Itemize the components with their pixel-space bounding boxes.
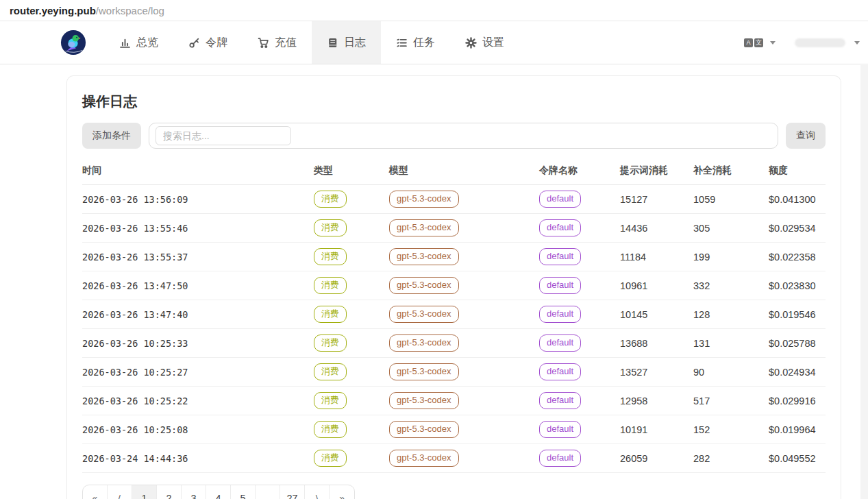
page-4[interactable]: 4 — [206, 485, 231, 499]
completion-usage-cell: 332 — [693, 280, 769, 291]
model-badge: gpt-5.3-codex — [389, 191, 459, 208]
type-badge: 消费 — [314, 392, 347, 409]
search-input[interactable] — [156, 126, 291, 145]
completion-usage-cell: 90 — [693, 367, 769, 378]
user-menu[interactable] — [795, 38, 860, 47]
page-last[interactable]: » — [330, 485, 354, 499]
quota-cell: $0.041300 — [769, 194, 826, 205]
pagination: «⟨12345...27⟩» — [82, 485, 355, 499]
column-header-time: 时间 — [82, 165, 314, 177]
type-cell: 消费 — [314, 248, 389, 265]
quota-cell: $0.023830 — [769, 280, 826, 291]
completion-usage-cell: 199 — [693, 252, 769, 263]
page-first[interactable]: « — [83, 485, 108, 499]
page-5[interactable]: 5 — [231, 485, 256, 499]
table-row: 2026-03-26 13:56:09消费gpt-5.3-codexdefaul… — [82, 185, 826, 214]
type-cell: 消费 — [314, 191, 389, 208]
bird-logo-icon — [60, 29, 86, 56]
prompt-usage-cell: 13527 — [620, 367, 693, 378]
user-name-redacted — [795, 38, 845, 47]
log-time-cell: 2026-03-26 10:25:22 — [82, 395, 314, 406]
tab-settings[interactable]: 设置 — [450, 21, 519, 64]
type-badge: 消费 — [314, 421, 347, 438]
quota-cell: $0.025788 — [769, 338, 826, 349]
token-name-badge: default — [539, 450, 581, 467]
prompt-usage-cell: 26059 — [620, 453, 693, 464]
log-time-cell: 2026-03-26 13:55:37 — [82, 252, 314, 263]
type-cell: 消费 — [314, 334, 389, 352]
scrollbar[interactable] — [860, 65, 868, 499]
type-badge: 消费 — [314, 277, 347, 294]
language-switcher[interactable]: A 文 — [744, 38, 776, 47]
token-cell: default — [539, 450, 620, 467]
model-cell: gpt-5.3-codex — [389, 277, 539, 294]
model-cell: gpt-5.3-codex — [389, 306, 539, 323]
token-name-badge: default — [539, 392, 581, 409]
book-icon — [327, 37, 338, 49]
table-row: 2026-03-26 13:47:50消费gpt-5.3-codexdefaul… — [82, 271, 826, 300]
page-27[interactable]: 27 — [280, 485, 305, 499]
page-2[interactable]: 2 — [157, 485, 182, 499]
page-1[interactable]: 1 — [132, 485, 157, 499]
tab-logs[interactable]: 日志 — [312, 21, 381, 64]
quota-cell: $0.029534 — [769, 223, 826, 234]
model-cell: gpt-5.3-codex — [389, 219, 539, 236]
token-name-badge: default — [539, 219, 581, 236]
log-time-cell: 2026-03-26 10:25:27 — [82, 367, 314, 378]
log-time-cell: 2026-03-24 14:44:36 — [82, 453, 314, 464]
query-button[interactable]: 查询 — [786, 123, 826, 149]
model-cell: gpt-5.3-codex — [389, 392, 539, 409]
tab-recharge[interactable]: 充值 — [243, 21, 312, 64]
log-time-cell: 2026-03-26 10:25:08 — [82, 424, 314, 435]
tasks-icon — [396, 37, 408, 49]
browser-url-bar[interactable]: router.yeying.pub/workspace/log — [0, 0, 868, 21]
chevron-down-icon — [770, 41, 776, 45]
table-body: 2026-03-26 13:56:09消费gpt-5.3-codexdefaul… — [82, 185, 826, 473]
prompt-usage-cell: 14436 — [620, 223, 693, 234]
log-time-cell: 2026-03-26 13:55:46 — [82, 223, 314, 234]
type-cell: 消费 — [314, 277, 389, 294]
prompt-usage-cell: 10961 — [620, 280, 693, 291]
completion-usage-cell: 128 — [693, 309, 769, 320]
log-time-cell: 2026-03-26 13:47:50 — [82, 280, 314, 291]
model-badge: gpt-5.3-codex — [389, 248, 459, 265]
tab-tasks[interactable]: 任务 — [381, 21, 450, 64]
page-prev[interactable]: ⟨ — [108, 485, 132, 499]
app-logo[interactable] — [60, 29, 86, 56]
model-cell: gpt-5.3-codex — [389, 421, 539, 438]
model-badge: gpt-5.3-codex — [389, 277, 459, 294]
model-badge: gpt-5.3-codex — [389, 450, 459, 467]
model-badge: gpt-5.3-codex — [389, 363, 459, 380]
filter-bar: 添加条件 查询 — [82, 123, 826, 149]
url-domain: router.yeying.pub — [10, 5, 96, 16]
tab-overview[interactable]: 总览 — [104, 21, 173, 64]
completion-usage-cell: 152 — [693, 424, 769, 435]
page-3[interactable]: 3 — [182, 485, 206, 499]
tab-label: 总览 — [136, 36, 158, 50]
quota-cell: $0.019546 — [769, 309, 826, 320]
type-badge: 消费 — [314, 363, 347, 380]
token-name-badge: default — [539, 277, 581, 294]
page-next[interactable]: ⟩ — [305, 485, 330, 499]
model-badge: gpt-5.3-codex — [389, 306, 459, 323]
token-name-badge: default — [539, 421, 581, 438]
completion-usage-cell: 131 — [693, 338, 769, 349]
prompt-usage-cell: 10191 — [620, 424, 693, 435]
type-badge: 消费 — [314, 306, 347, 323]
key-icon — [188, 37, 200, 49]
token-cell: default — [539, 277, 620, 294]
type-badge: 消费 — [314, 191, 347, 208]
add-condition-button[interactable]: 添加条件 — [82, 123, 141, 149]
page-ellipsis: ... — [256, 485, 280, 499]
tab-label: 充值 — [275, 36, 297, 50]
translate-icon: A 文 — [744, 38, 763, 47]
page-title: 操作日志 — [82, 93, 826, 111]
token-cell: default — [539, 219, 620, 236]
type-cell: 消费 — [314, 219, 389, 236]
token-name-badge: default — [539, 306, 581, 323]
token-name-badge: default — [539, 334, 581, 352]
token-cell: default — [539, 334, 620, 352]
navbar-right: A 文 — [744, 21, 860, 64]
quota-cell: $0.019964 — [769, 424, 826, 435]
tab-tokens[interactable]: 令牌 — [173, 21, 243, 64]
